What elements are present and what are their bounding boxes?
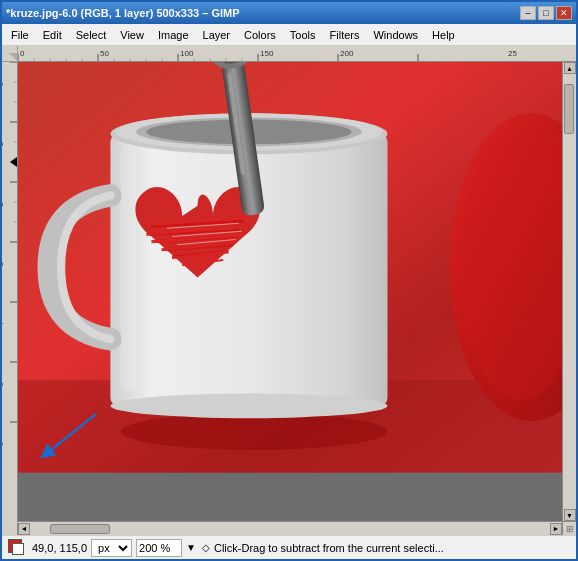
h-scroll-left[interactable]: ◄ (18, 523, 30, 535)
canvas-image[interactable] (18, 62, 576, 521)
window-title: *kruze.jpg-6.0 (RGB, 1 layer) 500x333 – … (6, 7, 240, 19)
resize-icon: ⊞ (563, 522, 576, 536)
menu-windows[interactable]: Windows (366, 26, 425, 44)
v-scroll-up[interactable]: ▲ (564, 62, 576, 74)
color-indicator (6, 537, 28, 559)
svg-text:1: 1 (2, 141, 5, 146)
menu-layer[interactable]: Layer (196, 26, 238, 44)
svg-text:25: 25 (508, 49, 517, 58)
v-ruler-pointer (10, 157, 17, 167)
menu-bar: File Edit Select View Image Layer Colors… (2, 24, 576, 46)
horizontal-scrollbar[interactable]: ◄ ► ⊞ (18, 521, 576, 535)
ruler-and-canvas: 0 50 100 150 200 25 (2, 46, 576, 535)
h-scroll-track[interactable] (30, 523, 550, 535)
ruler-corner (2, 46, 18, 62)
vertical-ruler: 0 1 2 3 4 5 6 (2, 62, 18, 535)
scroll-corner: ⊞ (562, 522, 576, 536)
menu-filters[interactable]: Filters (323, 26, 367, 44)
svg-text:3: 3 (2, 261, 5, 266)
arrow-svg (36, 409, 106, 464)
menu-colors[interactable]: Colors (237, 26, 283, 44)
menu-edit[interactable]: Edit (36, 26, 69, 44)
zoom-input[interactable] (136, 539, 182, 557)
svg-text:2: 2 (2, 201, 5, 206)
menu-view[interactable]: View (113, 26, 151, 44)
canvas-scroll-area: ◄ ► ⊞ ▲ (18, 62, 576, 535)
vertical-scrollbar[interactable]: ▲ ▼ (562, 62, 576, 521)
background-color[interactable] (12, 543, 24, 555)
svg-point-49 (121, 413, 388, 450)
menu-image[interactable]: Image (151, 26, 196, 44)
zoom-dropdown-icon[interactable]: ▼ (186, 542, 196, 553)
svg-text:5: 5 (2, 381, 5, 386)
v-scroll-thumb[interactable] (564, 84, 574, 134)
svg-text:50: 50 (100, 49, 109, 58)
menu-help[interactable]: Help (425, 26, 462, 44)
minimize-button[interactable]: – (520, 6, 536, 20)
horizontal-ruler-row: 0 50 100 150 200 25 (2, 46, 576, 62)
close-button[interactable]: ✕ (556, 6, 572, 20)
svg-point-51 (110, 394, 387, 419)
status-bar: 49,0, 115,0 px in cm ▼ ◇ Click-Drag to s… (2, 535, 576, 559)
v-scroll-down[interactable]: ▼ (564, 509, 576, 521)
gimp-window: *kruze.jpg-6.0 (RGB, 1 layer) 500x333 – … (0, 0, 578, 561)
canvas-container: 0 50 100 150 200 25 (2, 46, 576, 535)
unit-select[interactable]: px in cm (91, 539, 132, 557)
svg-text:4: 4 (2, 321, 5, 326)
h-scroll-right[interactable]: ► (550, 523, 562, 535)
v-scroll-track[interactable] (563, 74, 576, 509)
svg-text:6: 6 (2, 441, 5, 446)
title-bar-buttons: – □ ✕ (520, 6, 572, 20)
menu-select[interactable]: Select (69, 26, 114, 44)
menu-tools[interactable]: Tools (283, 26, 323, 44)
title-bar: *kruze.jpg-6.0 (RGB, 1 layer) 500x333 – … (2, 2, 576, 24)
h-ruler-svg: 0 50 100 150 200 25 (18, 46, 576, 62)
status-separator: ◇ (202, 542, 210, 553)
coordinates-display: 49,0, 115,0 (32, 542, 87, 554)
maximize-button[interactable]: □ (538, 6, 554, 20)
svg-rect-60 (121, 144, 136, 390)
main-canvas-row: 0 1 2 3 4 5 6 (2, 62, 576, 535)
svg-text:100: 100 (180, 49, 194, 58)
blue-arrow (36, 409, 106, 466)
v-ruler-svg: 0 1 2 3 4 5 6 (2, 62, 18, 535)
svg-text:0: 0 (20, 49, 25, 58)
h-scroll-thumb[interactable] (50, 524, 110, 534)
horizontal-ruler: 0 50 100 150 200 25 (18, 46, 576, 62)
status-message: Click-Drag to subtract from the current … (214, 542, 572, 554)
svg-text:200: 200 (340, 49, 354, 58)
svg-text:150: 150 (260, 49, 274, 58)
svg-text:0: 0 (2, 81, 5, 86)
svg-line-61 (46, 414, 96, 454)
menu-file[interactable]: File (4, 26, 36, 44)
